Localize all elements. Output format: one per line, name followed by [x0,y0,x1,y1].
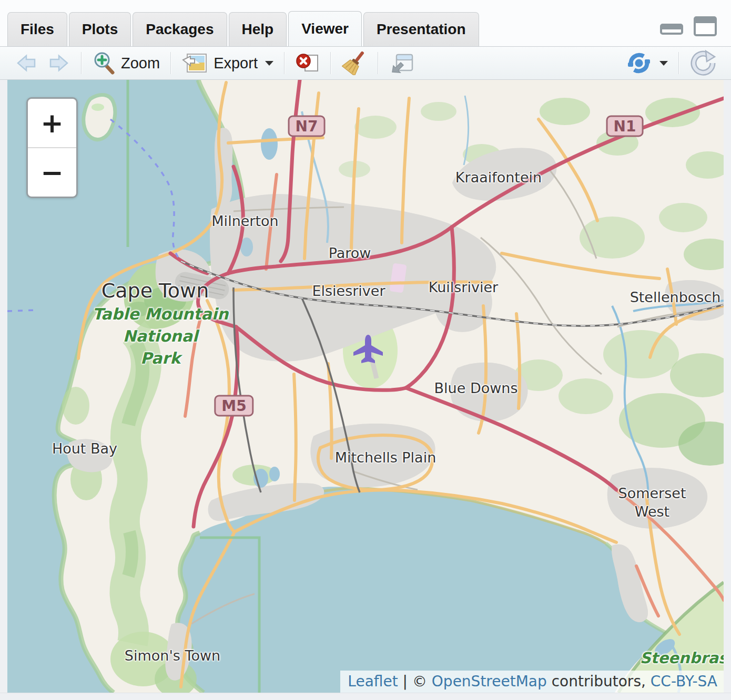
forward-button[interactable] [40,51,77,75]
forward-arrow-icon [46,53,70,73]
tab-packages-label: Packages [146,21,214,38]
pane-tab-bar: Files Plots Packages Help Viewer Present… [0,0,731,46]
tab-packages[interactable]: Packages [133,12,227,46]
viewer-toolbar: Zoom Export [0,46,731,80]
zoom-out-button[interactable]: − [28,148,76,197]
export-image-icon [182,52,208,74]
map-attribution: Leaflet | © OpenStreetMap contributors, … [340,671,724,693]
attribution-separator: | © [398,673,432,690]
openstreetmap-link[interactable]: OpenStreetMap [432,673,547,690]
tab-help[interactable]: Help [229,12,287,46]
open-in-new-window-button[interactable] [383,50,421,76]
toolbar-separator [284,52,285,74]
tab-viewer[interactable]: Viewer [288,11,362,46]
export-button[interactable]: Export [176,50,280,76]
map-zoom-control: + − [26,97,78,198]
toolbar-right-group [620,48,723,78]
zoom-magnifier-icon [93,52,116,75]
stop-clear-icon [296,52,320,75]
back-button[interactable] [8,51,40,75]
toolbar-separator [170,52,171,74]
tab-plots-label: Plots [82,21,118,38]
rstudio-viewer-pane: Files Plots Packages Help Viewer Present… [0,0,731,700]
refresh-icon [690,50,716,76]
tab-plots[interactable]: Plots [69,12,131,46]
zoom-in-button[interactable]: + [28,99,76,148]
back-arrow-icon [15,53,39,73]
tab-files[interactable]: Files [7,12,67,46]
leaflet-map-canvas[interactable]: MilnertonKraaifonteinParowElsiesriverKui… [7,80,724,693]
broom-icon [342,51,367,75]
toolbar-separator [678,52,679,74]
clear-all-button[interactable] [336,49,373,77]
export-button-label: Export [214,55,258,72]
refresh-button[interactable] [684,48,723,78]
leaflet-link[interactable]: Leaflet [348,673,398,690]
minimize-icon[interactable] [659,17,684,38]
maximize-icon[interactable] [693,16,717,39]
export-caret-icon [265,61,273,66]
zoom-button[interactable]: Zoom [86,49,166,77]
pane-window-controls [659,16,717,39]
sync-icon [626,52,652,74]
tab-presentation[interactable]: Presentation [363,12,479,46]
license-link[interactable]: CC-BY-SA [651,673,717,690]
tab-presentation-label: Presentation [377,21,466,38]
pane-frame-bottom [0,693,731,700]
toolbar-separator [378,52,379,74]
toolbar-separator [330,52,331,74]
sync-caret-icon [659,61,668,66]
openstreetmap-tiles [7,80,724,693]
pane-frame-right [724,80,731,693]
zoom-button-label: Zoom [121,55,160,72]
sync-publish-button[interactable] [620,50,674,76]
open-in-new-window-icon [389,52,414,74]
clear-viewer-button[interactable] [289,49,326,77]
toolbar-separator [81,52,82,74]
attribution-contributors: contributors, [547,673,651,690]
pane-frame-left [0,80,7,693]
tab-help-label: Help [242,21,274,38]
tab-viewer-label: Viewer [301,20,349,37]
tab-files-label: Files [21,21,54,38]
